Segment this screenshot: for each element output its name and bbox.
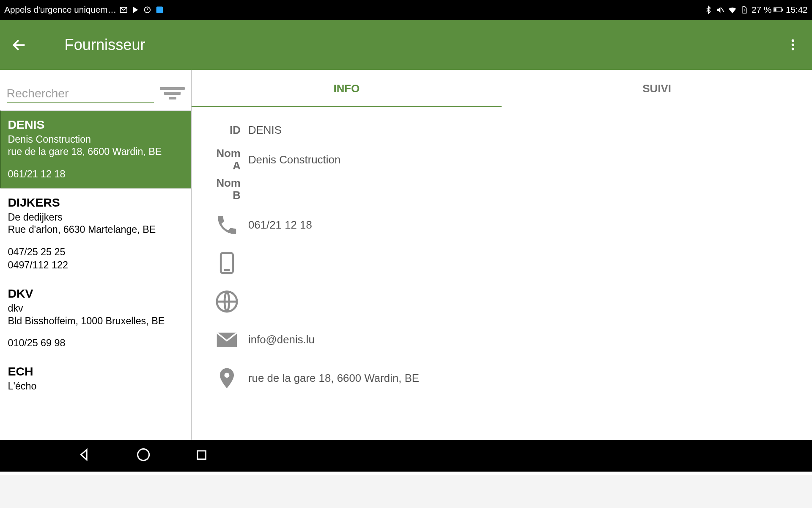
phone-icon[interactable] bbox=[208, 213, 246, 237]
back-button[interactable] bbox=[0, 20, 38, 70]
detail-tabs: INFO SUIVI bbox=[192, 70, 812, 107]
supplier-list[interactable]: DENIS Denis Construction rue de la gare … bbox=[0, 110, 191, 440]
location-icon[interactable] bbox=[208, 366, 246, 390]
page-title: Fournisseur bbox=[38, 36, 145, 54]
wifi-icon bbox=[727, 5, 737, 15]
svg-rect-7 bbox=[775, 8, 777, 11]
list-item-address: Bld Bisshoffeim, 1000 Bruxelles, BE bbox=[8, 315, 185, 327]
svg-point-10 bbox=[792, 48, 794, 50]
list-item-address: rue de la gare 18, 6600 Wardin, BE bbox=[8, 146, 185, 157]
svg-point-14 bbox=[225, 373, 230, 378]
nav-back-button[interactable] bbox=[77, 447, 92, 464]
svg-line-3 bbox=[721, 8, 724, 12]
list-item-phone: 047/25 25 25 bbox=[8, 246, 185, 259]
svg-point-15 bbox=[137, 449, 149, 461]
list-item-name: De dedijkers bbox=[8, 212, 185, 223]
list-item-phone: 0497/112 122 bbox=[8, 259, 185, 272]
mobile-icon[interactable] bbox=[208, 251, 246, 275]
search-field-wrapper[interactable] bbox=[7, 83, 154, 103]
list-item-name: dkv bbox=[8, 303, 185, 314]
svg-rect-16 bbox=[198, 451, 206, 459]
list-item[interactable]: DKV dkv Bld Bisshoffeim, 1000 Bruxelles,… bbox=[0, 280, 191, 358]
list-item[interactable]: ECH L'écho bbox=[0, 358, 191, 400]
app-notification-icon bbox=[155, 5, 165, 15]
label-id: ID bbox=[208, 124, 246, 136]
sim-icon: ! bbox=[740, 5, 749, 15]
app-bar: Fournisseur bbox=[0, 20, 812, 70]
label-nom-a: Nom A bbox=[208, 147, 246, 172]
nav-home-button[interactable] bbox=[136, 447, 151, 464]
list-item-id: DIJKERS bbox=[8, 196, 185, 210]
list-item-id: DENIS bbox=[8, 118, 185, 132]
overflow-menu-button[interactable] bbox=[774, 20, 812, 70]
list-item-phone: 061/21 12 18 bbox=[8, 168, 185, 181]
list-item-address: Rue d'arlon, 6630 Martelange, BE bbox=[8, 224, 185, 235]
gmail-icon bbox=[118, 5, 128, 15]
sync-icon bbox=[143, 5, 152, 15]
mute-icon bbox=[716, 5, 725, 15]
battery-icon bbox=[774, 5, 783, 15]
svg-rect-6 bbox=[782, 9, 783, 11]
value-phone: 061/21 12 18 bbox=[246, 219, 312, 231]
search-input[interactable] bbox=[7, 86, 154, 102]
play-store-icon bbox=[131, 5, 140, 15]
list-item[interactable]: DENIS Denis Construction rue de la gare … bbox=[0, 110, 191, 188]
list-item[interactable]: DIJKERS De dedijkers Rue d'arlon, 6630 M… bbox=[0, 188, 191, 279]
svg-point-9 bbox=[792, 44, 794, 46]
list-item-name: L'écho bbox=[8, 381, 185, 392]
tab-info[interactable]: INFO bbox=[192, 70, 502, 107]
list-item-id: ECH bbox=[8, 364, 185, 378]
email-icon[interactable] bbox=[208, 328, 246, 352]
supplier-list-panel: DENIS Denis Construction rue de la gare … bbox=[0, 70, 192, 440]
tab-suivi[interactable]: SUIVI bbox=[502, 70, 812, 107]
value-nom-a: Denis Construction bbox=[246, 154, 341, 166]
svg-point-8 bbox=[792, 39, 794, 42]
globe-icon[interactable] bbox=[208, 290, 246, 314]
list-item-phone: 010/25 69 98 bbox=[8, 337, 185, 350]
value-address: rue de la gare 18, 6600 Wardin, BE bbox=[246, 372, 419, 384]
list-item-id: DKV bbox=[8, 287, 185, 301]
svg-rect-2 bbox=[156, 7, 163, 14]
value-id: DENIS bbox=[246, 124, 282, 136]
value-email: info@denis.lu bbox=[246, 334, 315, 346]
filter-button[interactable] bbox=[159, 81, 186, 105]
nav-recents-button[interactable] bbox=[195, 448, 209, 464]
label-nom-b: Nom B bbox=[208, 177, 246, 202]
bluetooth-icon bbox=[704, 5, 713, 15]
list-item-name: Denis Construction bbox=[8, 134, 185, 145]
android-nav-bar bbox=[0, 440, 812, 472]
svg-text:!: ! bbox=[744, 8, 745, 12]
